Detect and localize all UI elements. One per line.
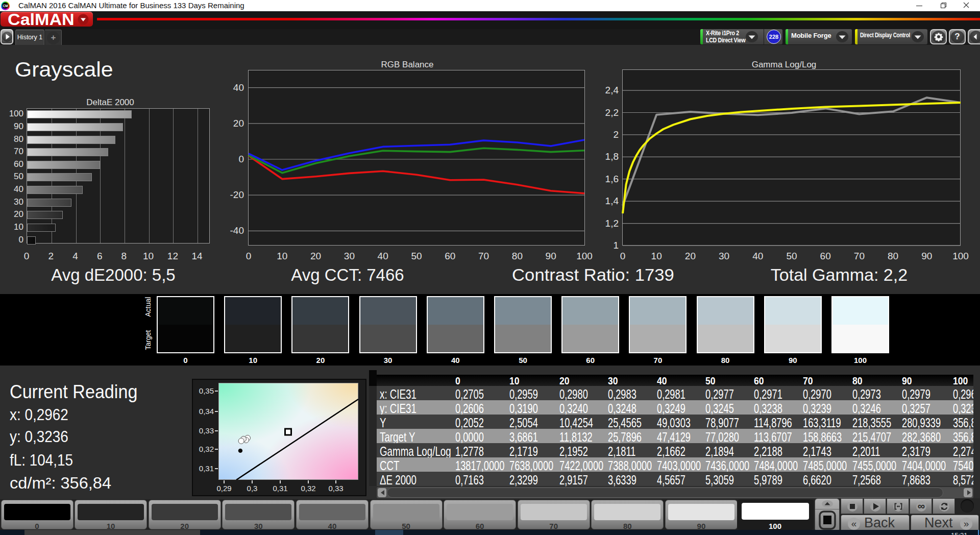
svg-text:∞: ∞	[918, 500, 925, 512]
